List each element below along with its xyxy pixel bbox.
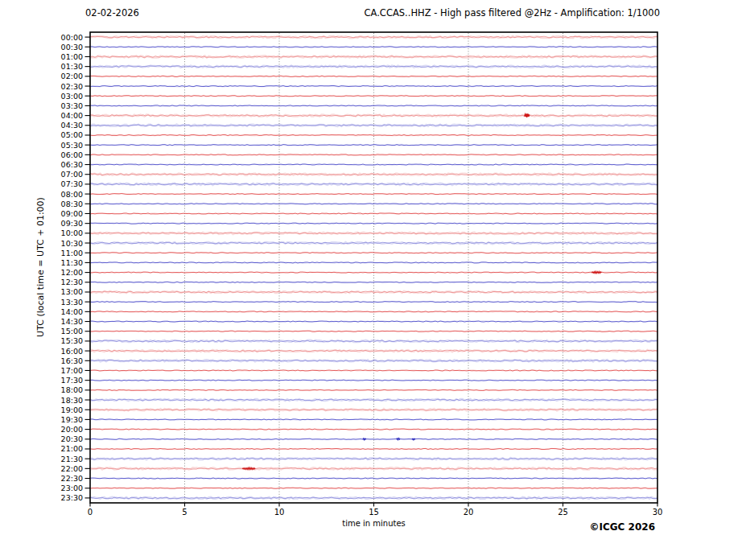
y-tick-label: 03:00 <box>61 92 83 101</box>
y-tick-label: 09:00 <box>61 209 83 218</box>
y-tick-label: 17:00 <box>61 366 83 375</box>
y-tick-label: 01:30 <box>61 62 83 71</box>
y-tick-label: 18:30 <box>61 396 83 405</box>
y-tick-label: 16:00 <box>61 347 83 356</box>
y-tick-label: 17:30 <box>61 376 83 385</box>
copyright-label: ©ICGC 2026 <box>589 521 655 533</box>
y-tick-label: 15:30 <box>61 336 83 345</box>
y-tick-label: 01:00 <box>61 52 83 61</box>
y-tick-label: 06:00 <box>61 150 83 159</box>
y-tick-label: 07:00 <box>61 170 83 179</box>
x-tick-label: 5 <box>173 508 197 517</box>
helicorder-plot <box>0 0 746 560</box>
y-tick-label: 05:30 <box>61 141 83 150</box>
x-axis-label: time in minutes <box>293 519 455 528</box>
y-tick-label: 00:00 <box>61 33 83 42</box>
y-tick-label: 18:00 <box>61 385 83 394</box>
x-tick-label: 10 <box>267 508 291 517</box>
y-tick-label: 22:30 <box>61 474 83 483</box>
y-tick-label: 23:30 <box>61 493 83 502</box>
y-tick-label: 05:00 <box>61 130 83 139</box>
y-tick-label: 16:30 <box>61 356 83 365</box>
x-tick-label: 25 <box>551 508 575 517</box>
y-tick-label: 15:00 <box>61 327 83 336</box>
y-tick-label: 22:00 <box>61 464 83 473</box>
y-tick-label: 19:00 <box>61 406 83 414</box>
y-tick-label: 23:00 <box>61 484 83 492</box>
y-tick-label: 14:00 <box>61 307 83 316</box>
x-tick-label: 30 <box>645 508 670 517</box>
y-tick-label: 08:30 <box>61 200 83 208</box>
y-tick-label: 11:30 <box>61 258 83 267</box>
y-tick-label: 11:00 <box>61 249 83 257</box>
y-tick-label: 20:30 <box>61 434 83 443</box>
x-tick-label: 0 <box>78 508 102 517</box>
y-tick-label: 12:30 <box>61 278 83 286</box>
y-tick-label: 08:00 <box>61 190 83 199</box>
y-tick-label: 12:00 <box>61 268 83 277</box>
y-tick-label: 02:00 <box>61 72 83 80</box>
y-tick-label: 07:30 <box>61 179 83 188</box>
y-tick-label: 10:00 <box>61 229 83 237</box>
x-tick-label: 20 <box>456 508 480 517</box>
x-tick-label: 15 <box>362 508 386 517</box>
y-tick-label: 03:30 <box>61 101 83 110</box>
y-tick-label: 09:30 <box>61 219 83 228</box>
y-tick-label: 20:00 <box>61 425 83 434</box>
y-tick-label: 04:30 <box>61 121 83 130</box>
helicorder-page: 02-02-2026 CA.CCAS..HHZ - High pass filt… <box>0 0 746 560</box>
y-tick-label: 13:30 <box>61 298 83 307</box>
y-tick-label: 02:30 <box>61 82 83 91</box>
y-tick-label: 04:00 <box>61 111 83 120</box>
y-tick-label: 00:30 <box>61 43 83 51</box>
y-tick-label: 21:00 <box>61 444 83 453</box>
y-tick-label: 06:30 <box>61 160 83 169</box>
y-tick-label: 13:00 <box>61 287 83 296</box>
y-tick-label: 21:30 <box>61 455 83 463</box>
y-tick-label: 14:30 <box>61 317 83 326</box>
y-tick-label: 19:30 <box>61 415 83 424</box>
y-tick-label: 10:30 <box>61 239 83 248</box>
